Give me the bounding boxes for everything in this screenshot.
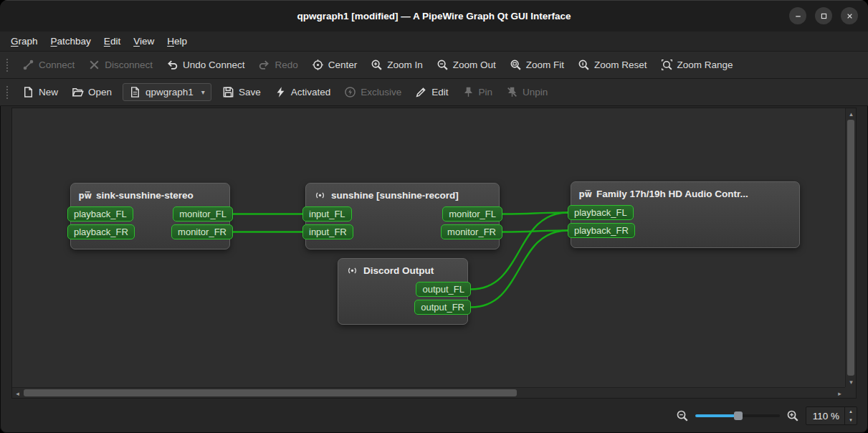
toolbar-edit-button[interactable]: Edit [409,82,454,102]
node-title: Family 17h/19h HD Audio Contr... [596,189,748,199]
port-playback_FL[interactable]: playback_FL [568,205,634,220]
toolbar-disconnect-button[interactable]: Disconnect [82,55,159,75]
menu-view[interactable]: View [127,34,161,49]
window-title: qpwgraph1 [modified] — A PipeWire Graph … [297,11,571,22]
window-controls [789,7,858,24]
toolbar-exclusive-button[interactable]: Exclusive [338,82,408,102]
port-input_FL[interactable]: input_FL [302,206,352,222]
toolbar-button-label: Zoom Reset [594,60,647,70]
toolbar-new-button[interactable]: New [16,82,65,102]
horizontal-scrollbar[interactable]: ◂ ▸ [12,387,845,398]
toolbar-pin-button[interactable]: Pin [456,82,500,102]
zoom-slider-fill [695,414,738,417]
menu-edit[interactable]: Edit [97,34,127,49]
port-monitor_FR[interactable]: monitor_FR [441,224,502,239]
titlebar[interactable]: qpwgraph1 [modified] — A PipeWire Graph … [0,0,868,32]
exclusive-icon [344,86,356,98]
port-row: input_FLmonitor_FL [308,206,497,222]
node-sink[interactable]: pwsink-sunshine-stereoplayback_FLmonitor… [70,183,230,249]
toolbar-zoom-reset-button[interactable]: Zoom Reset [571,55,654,75]
port-row: output_FR [340,300,465,315]
toolbar-save-button[interactable]: Save [216,82,267,102]
disconnect-icon [88,59,100,71]
toolbar-zoom-in-button[interactable]: Zoom In [364,55,429,75]
port-row: playback_FR [573,223,797,238]
close-button[interactable] [841,7,858,24]
toolbar-graph: ConnectDisconnectUndo ConnectRedoCenterZ… [0,52,868,79]
toolbar-redo-button[interactable]: Redo [252,55,304,75]
toolbar-activated-button[interactable]: Activated [268,82,338,102]
new-icon [22,86,34,98]
port-monitor_FL[interactable]: monitor_FL [173,206,233,222]
port-monitor_FR[interactable]: monitor_FR [171,224,233,239]
app-window: qpwgraph1 [modified] — A PipeWire Graph … [0,0,868,433]
node-discord[interactable]: Discord Outputoutput_FLoutput_FR [338,258,468,325]
toolbar-button-label: New [39,87,58,97]
port-row: playback_FLmonitor_FL [73,206,227,222]
menu-patchbay[interactable]: Patchbay [44,34,97,49]
node-family[interactable]: pwFamily 17h/19h HD Audio Contr...playba… [571,181,800,248]
node-header: Discord Output [340,259,465,282]
minimize-button[interactable] [789,7,806,24]
toolbar-zoom-fit-button[interactable]: Zoom Fit [503,55,571,75]
spin-down-button[interactable]: ▾ [845,416,857,424]
port-playback_FL[interactable]: playback_FL [67,206,133,222]
toolbar-zoom-range-button[interactable]: Zoom Range [654,55,740,75]
spin-up-button[interactable]: ▴ [845,407,857,416]
scroll-up-icon[interactable]: ▴ [846,108,857,119]
maximize-icon [819,11,829,21]
toolbar-button-label: Redo [275,60,297,70]
port-row: playback_FL [573,205,797,220]
toolbar-zoom-out-button[interactable]: Zoom Out [430,55,502,75]
toolbar-qpwgraph1-combo[interactable]: qpwgraph1▾ [123,83,211,101]
port-input_FR[interactable]: input_FR [302,224,353,239]
menu-help[interactable]: Help [161,34,194,49]
connect-icon [22,59,34,71]
scroll-down-icon[interactable]: ▾ [846,376,857,387]
node-title: sunshine [sunshine-record] [331,190,459,201]
toolbar-drag-handle[interactable] [6,58,9,72]
port-playback_FR[interactable]: playback_FR [568,223,635,238]
toolbar-open-button[interactable]: Open [65,82,118,102]
toolbar-unpin-button[interactable]: Unpin [500,82,554,102]
zoom-slider-handle[interactable] [734,411,743,420]
toolbar-drag-handle[interactable] [6,85,9,100]
port-output_FR[interactable]: output_FR [414,300,471,315]
zoom-in-icon[interactable] [786,409,799,422]
scroll-left-icon[interactable]: ◂ [12,388,23,399]
toolbar-button-label: Disconnect [105,60,153,70]
zoom-out-icon [437,59,449,71]
spin-arrows: ▴ ▾ [844,407,857,424]
zoom-slider[interactable] [695,409,780,422]
vertical-scrollbar-thumb[interactable] [847,120,854,376]
menu-graph[interactable]: Graph [4,34,44,49]
port-monitor_FL[interactable]: monitor_FL [442,206,502,222]
zoom-spinbox[interactable]: 110 % ▴ ▾ [806,406,857,425]
graph-canvas[interactable]: pwsink-sunshine-stereoplayback_FLmonitor… [11,108,857,399]
toolbar-button-label: Zoom Out [453,60,496,70]
toolbar-center-button[interactable]: Center [305,55,364,75]
statusbar: 110 % ▴ ▾ [0,399,868,433]
port-row: playback_FRmonitor_FR [73,224,227,239]
maximize-button[interactable] [815,7,832,24]
horizontal-scrollbar-thumb[interactable] [24,389,517,396]
vertical-scrollbar[interactable]: ▴ ▾ [845,108,856,387]
graph-viewport[interactable]: pwsink-sunshine-stereoplayback_FLmonitor… [12,108,845,387]
node-header: pwsink-sunshine-stereo [73,184,227,206]
patchbay-file-icon [129,86,141,98]
toolbar-undo-connect-button[interactable]: Undo Connect [160,55,251,75]
node-sunshine[interactable]: sunshine [sunshine-record]input_FLmonito… [305,183,500,249]
port-playback_FR[interactable]: playback_FR [67,224,135,239]
zoom-value: 110 % [806,407,844,424]
close-icon [845,11,854,21]
speaker-icon [345,265,359,276]
scroll-right-icon[interactable]: ▸ [834,388,845,399]
zoom-out-icon[interactable] [676,409,689,422]
port-output_FL[interactable]: output_FL [416,282,471,297]
graph-nodes: pwsink-sunshine-stereoplayback_FLmonitor… [12,108,845,387]
toolbar-connect-button[interactable]: Connect [16,55,81,75]
zoom-fit-icon [510,59,522,71]
client-area: pwsink-sunshine-stereoplayback_FLmonitor… [0,106,868,399]
zoom-reset-icon [578,59,590,71]
pipewire-icon: pw [578,189,592,199]
